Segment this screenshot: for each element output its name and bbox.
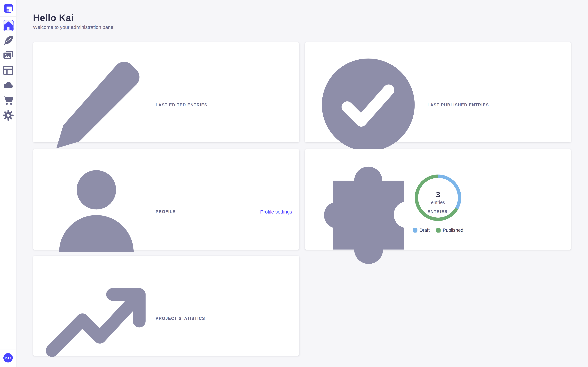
sidebar-item-media-library[interactable] [2,50,14,61]
sidebar-item-marketplace[interactable] [2,95,14,106]
legend-swatch [413,228,417,233]
last-published-entries-card: LAST PUBLISHED ENTRIES My first articleA… [305,42,571,142]
sidebar: KD [0,0,17,367]
home-icon [3,20,13,31]
layout-icon [2,65,14,76]
main-content: Hello Kai Welcome to your administration… [17,0,588,367]
last-edited-entries-card: LAST EDITED ENTRIES A draft articleArtic… [33,42,299,142]
strapi-logo-icon[interactable] [4,4,13,13]
user-icon [40,155,153,268]
sidebar-divider [0,349,16,349]
feather-icon [2,35,14,46]
chart-legend: DraftPublished [305,228,571,233]
check-circle-icon [312,49,424,161]
strapi-admin-dashboard: KD Hello Kai Welcome to your administrat… [0,0,588,367]
entries-donut-chart: 3 entries [415,175,461,221]
card-title: PROFILE [156,209,176,214]
sidebar-item-deploy[interactable] [2,80,14,91]
cloud-icon [2,80,14,91]
sidebar-item-settings[interactable] [2,110,14,121]
card-title: PROJECT STATISTICS [156,316,205,321]
legend-label: Draft [419,228,430,233]
user-avatar[interactable]: KD [3,353,13,362]
page-title: Hello Kai [33,12,74,23]
donut-total-label: entries [431,200,445,205]
card-title: LAST EDITED ENTRIES [156,103,208,107]
entries-card: ENTRIES 3 entries DraftPublished [305,149,571,250]
sidebar-item-content-type-builder[interactable] [2,65,14,76]
cart-icon [2,95,14,106]
puzzle-icon [312,155,424,268]
project-statistics-card: PROJECT STATISTICS Entries3Assets0Conten… [33,256,299,356]
sidebar-nav [2,20,14,121]
legend-item: Published [436,228,463,233]
sidebar-item-content-manager[interactable] [2,35,14,46]
pictures-icon [2,50,14,61]
profile-card: PROFILE Profile settings KD Kai Doe kai.… [33,149,299,250]
trend-up-icon [40,262,153,367]
legend-item: Draft [413,228,430,233]
sidebar-item-home[interactable] [2,20,14,31]
sidebar-divider [0,17,16,17]
profile-settings-link[interactable]: Profile settings [260,209,292,214]
pencil-icon [40,49,153,161]
legend-swatch [436,228,441,233]
page-subtitle: Welcome to your administration panel [33,24,114,30]
sidebar-bottom: KD [0,349,16,367]
card-title: LAST PUBLISHED ENTRIES [427,103,489,107]
legend-label: Published [443,228,463,233]
gear-icon [2,110,14,121]
donut-total: 3 [436,190,440,199]
